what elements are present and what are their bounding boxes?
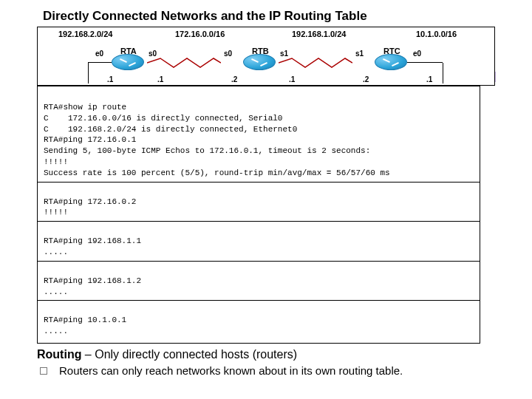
term-line: !!!!! xyxy=(44,157,68,166)
ip-b-left: .2 xyxy=(231,75,237,83)
router-icon-a xyxy=(112,54,144,70)
term-line: Success rate is 100 percent (5/5), round… xyxy=(44,168,390,177)
serial-link-ab xyxy=(147,57,221,69)
subtitle-rest: – Only directly connected hosts (routers… xyxy=(81,348,297,361)
divider xyxy=(38,261,480,262)
term-line: RTA#show ip route xyxy=(44,103,126,112)
term-line: RTA#ping 192.168.1.1 xyxy=(44,236,141,245)
ip-b-right: .1 xyxy=(289,75,295,83)
divider xyxy=(38,221,480,222)
rta-left-if: e0 xyxy=(95,50,103,58)
subtitle: Routing – Only directly connected hosts … xyxy=(37,348,495,361)
rtc-right-if: e0 xyxy=(413,50,421,58)
term-line: Sending 5, 100-byte ICMP Echos to 172.16… xyxy=(44,146,370,155)
net-label-3: 10.1.0.0/16 xyxy=(416,30,457,38)
serial-link-bc xyxy=(279,57,352,69)
term-line: C 172.16.0.0/16 is directly connected, S… xyxy=(44,114,282,123)
bullet-text: Routers can only reach networks known ab… xyxy=(59,364,403,377)
bullet-icon xyxy=(40,367,47,375)
bullet-item: Routers can only reach networks known ab… xyxy=(40,364,495,377)
terminal-output: RTA#show ip route C 172.16.0.0/16 is dir… xyxy=(37,86,480,344)
rta-leftlink xyxy=(88,63,89,83)
term-line: RTA#ping 10.1.0.1 xyxy=(44,316,126,324)
ip-a-right: .1 xyxy=(157,75,163,83)
rtb-left-if: s0 xyxy=(224,50,232,58)
term-line: RTA#ping 192.168.1.2 xyxy=(44,276,141,285)
ip-a-left: .1 xyxy=(107,75,113,83)
ip-c-left: .2 xyxy=(363,75,369,83)
term-line: ..... xyxy=(44,327,68,335)
rtc-rightwire xyxy=(407,62,443,63)
term-line: C 192.168.2.0/24 is directly connected, … xyxy=(44,125,297,134)
divider xyxy=(38,300,480,301)
divider xyxy=(38,182,480,183)
subtitle-bold: Routing xyxy=(37,348,81,361)
term-line: !!!!! xyxy=(44,208,68,216)
term-line: RTA#ping 172.16.0.2 xyxy=(44,197,136,206)
rta-leftwire xyxy=(88,62,112,63)
net-label-2: 192.168.1.0/24 xyxy=(292,30,346,38)
term-line: ..... xyxy=(44,287,68,296)
net-label-0: 192.168.2.0/24 xyxy=(58,30,112,38)
term-line: RTA#ping 172.16.0.1 xyxy=(44,135,136,144)
rtc-left-if: s1 xyxy=(355,50,364,58)
ip-c-right: .1 xyxy=(426,75,432,83)
router-icon-c xyxy=(375,54,407,70)
router-icon-b xyxy=(243,54,276,70)
term-line: ..... xyxy=(44,248,68,256)
page-title: Directly Connected Networks and the IP R… xyxy=(43,9,495,24)
topology-diagram: 192.168.2.0/24 172.16.0.0/16 192.168.1.0… xyxy=(37,27,495,86)
rtc-rightlink xyxy=(443,63,443,83)
net-label-1: 172.16.0.0/16 xyxy=(175,30,225,38)
